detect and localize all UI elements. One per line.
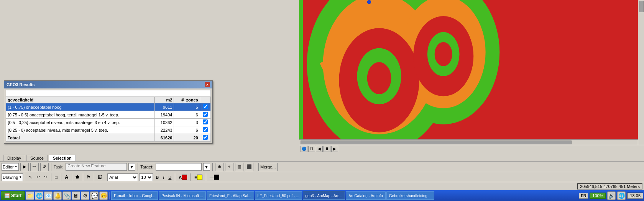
draw-sep-2: [51, 173, 51, 181]
draw-sep-5: [83, 173, 83, 181]
geo3-layer-name: S3H_Top10_warenhuizen: [6, 90, 211, 97]
taskbar-icon-network[interactable]: 🌐: [617, 191, 626, 200]
taskbar-app-postvak[interactable]: Postvak IN - Microsoft ...: [159, 191, 206, 200]
taskbar-icon-9[interactable]: 😊: [99, 191, 108, 200]
draw-polygon-button[interactable]: ⬟: [74, 173, 81, 181]
draw-redo-button[interactable]: ↪: [43, 173, 49, 181]
taskbar-sep: [109, 192, 110, 199]
map-scrollbar-vertical[interactable]: [638, 0, 644, 145]
bottom-area: 205946,515 470768,451 Meters 🪟 Start 📁 🌐…: [0, 182, 644, 201]
underline-button[interactable]: U: [167, 173, 173, 181]
draw-image-button[interactable]: 🖼: [96, 173, 104, 181]
map-nav-zoom-button[interactable]: D: [308, 146, 315, 152]
taskbar-icon-2[interactable]: 🌐: [35, 191, 43, 200]
table-row[interactable]: {0,25 - 0} acceptabel niveau, mits maatr…: [6, 126, 211, 134]
svg-rect-14: [299, 0, 303, 152]
editor-dropdown-arrow: ▼: [15, 165, 18, 168]
map-area[interactable]: 🔵 D ◀ ⏸ ▶: [299, 0, 644, 152]
fill-color-button[interactable]: ≡: [193, 173, 204, 181]
tab-source[interactable]: Source: [26, 155, 48, 161]
totaal-m2: 61620: [154, 134, 174, 142]
map-scrollbar-thumb[interactable]: [639, 1, 644, 12]
italic-button[interactable]: I: [161, 173, 166, 181]
taskbar-icon-1[interactable]: 📁: [26, 191, 34, 200]
merge-button[interactable]: Merge...: [258, 163, 278, 171]
font-color-button[interactable]: A: [177, 173, 189, 181]
taskbar-app-friesland-f[interactable]: Friesland_F - Altap Sal...: [207, 191, 254, 200]
drawing-dropdown[interactable]: Drawing ▼: [2, 173, 23, 181]
table-row[interactable]: {0,75 - 0,5} onacceptabel hoog, tenzij m…: [6, 111, 211, 119]
row1-label: (1 - 0,75) onacceptabel hoog: [6, 103, 155, 111]
taskbar-app-lf[interactable]: LF_Friesland_50.pdf - ...: [255, 191, 302, 200]
totaal-check[interactable]: [200, 134, 210, 142]
font-select[interactable]: Arial: [107, 173, 138, 181]
col-header-check: [200, 97, 210, 103]
map-scrollbar-horizontal[interactable]: [299, 139, 638, 145]
zoom-display: 100%: [590, 193, 606, 199]
row4-check[interactable]: [200, 126, 210, 134]
taskbar-icon-5[interactable]: 📎: [62, 191, 71, 200]
draw-sep-7: [175, 173, 175, 181]
taskbar-icon-6[interactable]: 🖥: [72, 191, 80, 200]
taskbar-icon-sound[interactable]: 🔊: [607, 191, 616, 200]
edit-tool-button[interactable]: ✏: [30, 163, 39, 171]
tab-selection[interactable]: Selection: [49, 155, 76, 161]
row1-check[interactable]: [200, 103, 210, 111]
drawing-dropdown-arrow: ▼: [19, 175, 22, 179]
toolbar-sep-3: [212, 163, 213, 171]
tab-display[interactable]: Display: [3, 155, 25, 161]
map-nav-back-button[interactable]: ◀: [316, 146, 323, 152]
draw-special-button[interactable]: ⚑: [85, 173, 92, 181]
rotate-tool-button[interactable]: ↺: [40, 163, 49, 171]
draw-text-color-button[interactable]: A: [63, 173, 70, 181]
taskbar: 🪟 Start 📁 🌐 📧 🔔 📎 🖥 ⚙ 💬 😊 E-mail :: Inbo…: [0, 190, 644, 201]
row3-label: {0,5 - 0,25} acceptabel niveau, mits maa…: [6, 119, 155, 126]
photo-tool-button[interactable]: ⬛: [245, 163, 253, 171]
lang-badge[interactable]: EN: [579, 193, 588, 199]
taskbar-icon-3[interactable]: 📧: [44, 191, 53, 200]
draw-undo-button[interactable]: ↩: [35, 173, 41, 181]
table-row[interactable]: (1 - 0,75) onacceptabel hoog 9611 5: [6, 103, 211, 111]
target-dropdown-arrow[interactable]: ▼: [203, 163, 210, 171]
sketch-tool-button[interactable]: ⊕: [215, 163, 223, 171]
target-input[interactable]: [156, 163, 202, 171]
bottom-tabs: Display Source Selection: [0, 153, 644, 161]
row2-zones: 6: [174, 111, 200, 119]
map-hscrollbar-thumb[interactable]: [301, 141, 572, 144]
map-nav-pause-button[interactable]: ⏸: [324, 146, 330, 152]
start-icon: 🪟: [4, 193, 10, 198]
taskbar-icon-4[interactable]: 🔔: [53, 191, 62, 200]
bold-button[interactable]: B: [154, 173, 160, 181]
map-nav-pan-button[interactable]: 🔵: [301, 146, 307, 152]
taskbar-app-geo3[interactable]: geo3 - ArcMap - Arc...: [303, 191, 345, 200]
task-input[interactable]: Create New Feature: [66, 163, 127, 171]
row3-check[interactable]: [200, 119, 210, 126]
line-color-button[interactable]: —: [208, 173, 221, 181]
snap-button[interactable]: ▦: [235, 163, 243, 171]
map-nav-forward-button[interactable]: ▶: [331, 146, 338, 152]
font-size-select[interactable]: 10: [139, 173, 153, 181]
draw-pointer-button[interactable]: ↖: [27, 173, 34, 181]
taskbar-icon-7[interactable]: ⚙: [81, 191, 89, 200]
select-tool-button[interactable]: ▶: [20, 163, 29, 171]
row2-check[interactable]: [200, 111, 210, 119]
taskbar-app-arccatalog[interactable]: ArcCatalog - ArcInfo: [346, 191, 385, 200]
taskbar-app-gebruikers[interactable]: Gebruikershandleiding ...: [386, 191, 434, 200]
start-button[interactable]: 🪟 Start: [1, 191, 25, 200]
editor-toolbar: Editor ▼ ▶ ✏ ↺ Task: Create New Feature …: [0, 161, 644, 172]
taskbar-app-email[interactable]: E-mail :: Inbox - Googl...: [111, 191, 158, 200]
table-row[interactable]: {0,5 - 0,25} acceptabel niveau, mits maa…: [6, 119, 211, 126]
draw-sep-3: [61, 173, 61, 181]
draw-rectangle-button[interactable]: □: [53, 173, 59, 181]
task-dropdown-arrow[interactable]: ▼: [128, 163, 135, 171]
col-header-m2: m2: [154, 97, 174, 103]
draw-sep-4: [72, 173, 72, 181]
taskbar-icon-8[interactable]: 💬: [90, 191, 99, 200]
trace-tool-button[interactable]: ⌖: [225, 163, 233, 171]
editor-dropdown[interactable]: Editor ▼: [2, 163, 19, 171]
row3-m2: 10362: [154, 119, 174, 126]
geo3-close-button[interactable]: ×: [205, 82, 210, 87]
taskbar-right: EN 100% 🔊 🌐 13:05: [579, 191, 643, 200]
svg-point-11: [367, 0, 371, 4]
fill-color-swatch: [197, 175, 202, 180]
